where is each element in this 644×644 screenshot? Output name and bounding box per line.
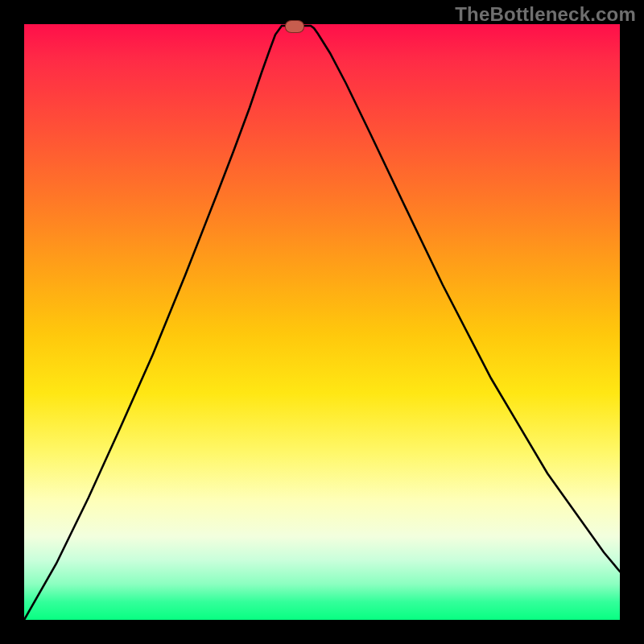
curve-svg bbox=[24, 24, 620, 620]
watermark-text: TheBottleneck.com bbox=[455, 3, 636, 26]
bottleneck-curve bbox=[24, 26, 620, 620]
optimal-point-marker bbox=[285, 20, 304, 33]
plot-area bbox=[24, 24, 620, 620]
chart-frame: TheBottleneck.com bbox=[0, 0, 644, 644]
